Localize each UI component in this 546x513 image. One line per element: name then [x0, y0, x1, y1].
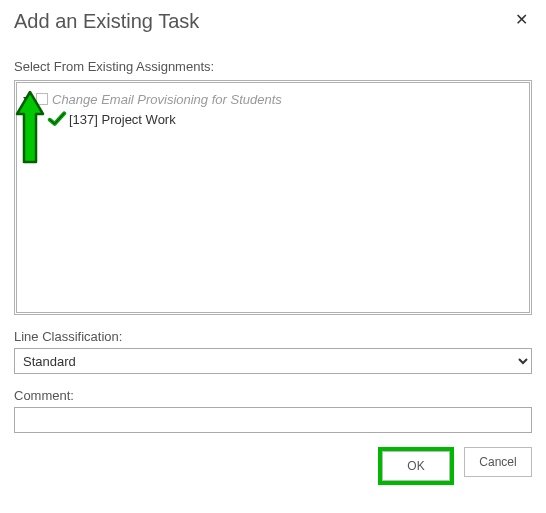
- tree-row[interactable]: [137] Project Work: [23, 109, 523, 129]
- tree-row[interactable]: Change Email Provisioning for Students: [23, 89, 523, 109]
- comment-label: Comment:: [14, 388, 532, 403]
- checkbox-parent[interactable]: [36, 93, 48, 105]
- cancel-button[interactable]: Cancel: [464, 447, 532, 477]
- close-icon[interactable]: ✕: [511, 10, 532, 29]
- tree-item-label: Change Email Provisioning for Students: [52, 92, 282, 107]
- add-existing-task-dialog: Add an Existing Task ✕ Select From Exist…: [0, 0, 546, 495]
- button-row: OK Cancel: [14, 447, 532, 485]
- tree-item-label: [137] Project Work: [69, 112, 176, 127]
- line-classification-label: Line Classification:: [14, 329, 532, 344]
- chevron-down-icon[interactable]: [23, 97, 33, 103]
- assignments-tree: Change Email Provisioning for Students […: [14, 80, 532, 315]
- dialog-title: Add an Existing Task: [14, 10, 199, 33]
- comment-input[interactable]: [14, 407, 532, 433]
- ok-button[interactable]: OK: [382, 451, 450, 481]
- ok-highlight: OK: [378, 447, 454, 485]
- line-classification-select[interactable]: Standard: [14, 348, 532, 374]
- dialog-header: Add an Existing Task ✕: [14, 10, 532, 33]
- assignments-label: Select From Existing Assignments:: [14, 59, 532, 74]
- checkmark-icon: [47, 111, 67, 127]
